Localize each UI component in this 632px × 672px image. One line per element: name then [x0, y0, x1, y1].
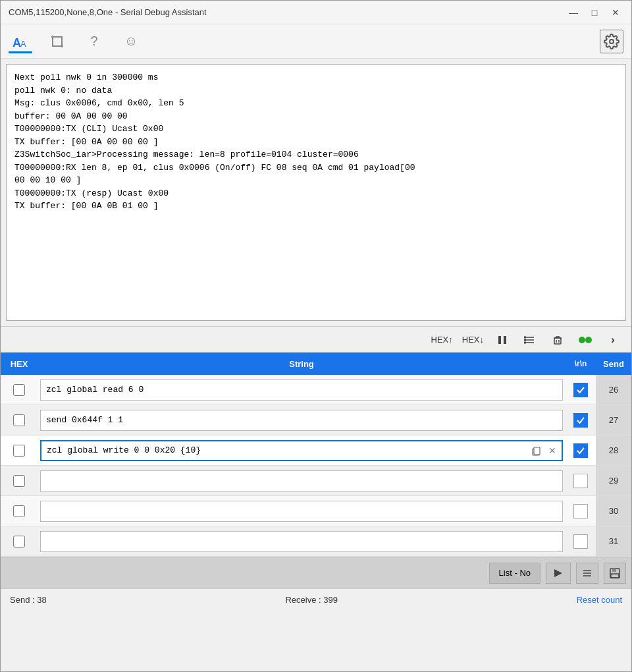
svg-point-8 [525, 337, 526, 338]
table-header: HEX String \r\n Send [1, 352, 631, 375]
svg-text:A: A [20, 39, 26, 49]
output-area[interactable]: Next poll nwk 0 in 300000 mspoll nwk 0: … [6, 64, 626, 321]
svg-point-10 [525, 342, 526, 343]
expand-button[interactable]: › [601, 331, 625, 349]
string-input-wrapper-5 [38, 501, 566, 522]
hex-check-input-6[interactable] [13, 536, 25, 547]
input-clear-icon[interactable]: ✕ [546, 444, 559, 457]
pause-button[interactable] [490, 331, 514, 349]
rn-check-box-2[interactable] [573, 413, 588, 428]
hex-check-input-1[interactable] [13, 384, 25, 396]
string-input-wrapper-2 [38, 410, 566, 431]
help-button[interactable]: ? [82, 30, 106, 53]
minimize-button[interactable]: — [566, 5, 581, 20]
rn-column-header: \r\n [566, 359, 596, 368]
maximize-button[interactable]: □ [587, 5, 602, 20]
svg-rect-11 [554, 338, 561, 344]
string-column-header: String [38, 359, 566, 369]
string-input-wrapper-1 [38, 379, 566, 401]
string-input-6[interactable] [40, 531, 563, 552]
hex-checkbox-2 [1, 414, 38, 426]
string-input-4[interactable] [40, 470, 563, 491]
output-line: 00 00 10 00 ] [14, 174, 618, 187]
output-line: TX buffer: [00 0A 00 00 00 ] [14, 136, 618, 149]
table-row: 29 [1, 466, 631, 496]
rn-checkbox-1 [566, 383, 596, 397]
send-arrow-button[interactable] [546, 563, 571, 584]
send-table: 2627 ✕ 28293031 [1, 375, 631, 557]
status-bar: Send : 38 Receive : 399 Reset count [1, 588, 631, 611]
list-no-button[interactable]: List - No [489, 563, 540, 584]
rn-empty-box-6[interactable] [573, 534, 588, 549]
table-row: 27 [1, 405, 631, 435]
hex-check-input-5[interactable] [13, 505, 25, 517]
hex-check-input-3[interactable] [13, 445, 25, 457]
rn-empty-box-4[interactable] [573, 474, 588, 488]
send-number-1: 26 [596, 375, 631, 405]
output-line: T00000000:RX len 8, ep 01, clus 0x0006 (… [14, 161, 618, 175]
crop-button[interactable] [45, 30, 69, 53]
string-input-wrapper-4 [38, 470, 566, 491]
title-controls: — □ ✕ [566, 5, 623, 20]
string-input-3[interactable] [40, 440, 563, 461]
emoji-button[interactable]: ☺ [119, 30, 143, 53]
settings-button[interactable] [600, 30, 623, 53]
hex-checkbox-5 [1, 505, 38, 517]
hex-checkbox-6 [1, 536, 38, 547]
reset-count-button[interactable]: Reset count [577, 595, 622, 605]
rn-checkbox-5 [566, 504, 596, 518]
title-text: COM5,115200,None,8,One - Serial Debug As… [9, 7, 207, 17]
rn-checkbox-4 [566, 474, 596, 488]
hex-check-input-2[interactable] [13, 414, 25, 426]
title-bar: COM5,115200,None,8,One - Serial Debug As… [1, 1, 631, 24]
svg-rect-3 [498, 336, 501, 344]
svg-point-2 [610, 40, 614, 43]
rn-empty-box-5[interactable] [573, 504, 588, 518]
bottom-list-button[interactable] [576, 563, 598, 584]
send-number-4: 29 [596, 466, 631, 495]
output-line: buffer: 00 0A 00 00 00 [14, 110, 618, 123]
svg-rect-22 [612, 569, 616, 572]
input-paste-icon[interactable] [530, 444, 543, 457]
string-input-wrapper-6 [38, 531, 566, 552]
bottom-bar: List - No [1, 557, 631, 588]
output-line: T00000000:TX (resp) Ucast 0x00 [14, 187, 618, 200]
svg-point-14 [579, 337, 585, 343]
output-line: Z3SwitchSoc_iar>Processing message: len=… [14, 148, 618, 161]
string-input-2[interactable] [40, 410, 563, 431]
hex-down-button[interactable]: HEX↓ [460, 331, 487, 349]
string-input-1[interactable] [40, 379, 563, 401]
close-button[interactable]: ✕ [608, 5, 623, 20]
svg-marker-17 [554, 569, 562, 577]
send-number-5: 30 [596, 496, 631, 526]
svg-rect-4 [504, 336, 506, 344]
output-line: Next poll nwk 0 in 300000 ms [14, 71, 618, 84]
string-input-wrapper-3: ✕ [38, 440, 566, 461]
send-status: Send : 38 [10, 595, 47, 605]
save-button[interactable] [604, 563, 626, 584]
receive-status: Receive : 399 [285, 595, 338, 605]
table-row: 26 [1, 375, 631, 405]
send-column-header: Send [596, 359, 631, 369]
string-input-5[interactable] [40, 501, 563, 522]
table-row: 30 [1, 496, 631, 526]
rn-checkbox-2 [566, 413, 596, 428]
hex-check-input-4[interactable] [13, 475, 25, 487]
table-row: ✕ 28 [1, 435, 631, 466]
hex-checkbox-1 [1, 384, 38, 396]
rn-checkbox-3 [566, 443, 596, 458]
table-row: 31 [1, 526, 631, 557]
list-icon-button[interactable] [518, 331, 542, 349]
send-number-6: 31 [596, 526, 631, 556]
output-line: Msg: clus 0x0006, cmd 0x00, len 5 [14, 97, 618, 110]
rn-checkbox-6 [566, 534, 596, 549]
output-line: poll nwk 0: no data [14, 84, 618, 98]
trash-button[interactable] [546, 331, 569, 349]
rn-check-box-3[interactable] [573, 443, 588, 458]
font-size-button[interactable]: A A [9, 30, 32, 53]
green-dots-button[interactable] [573, 331, 597, 349]
svg-rect-16 [534, 447, 540, 455]
hex-checkbox-4 [1, 475, 38, 487]
rn-check-box-1[interactable] [573, 383, 588, 397]
hex-up-button[interactable]: HEX↑ [429, 331, 456, 349]
